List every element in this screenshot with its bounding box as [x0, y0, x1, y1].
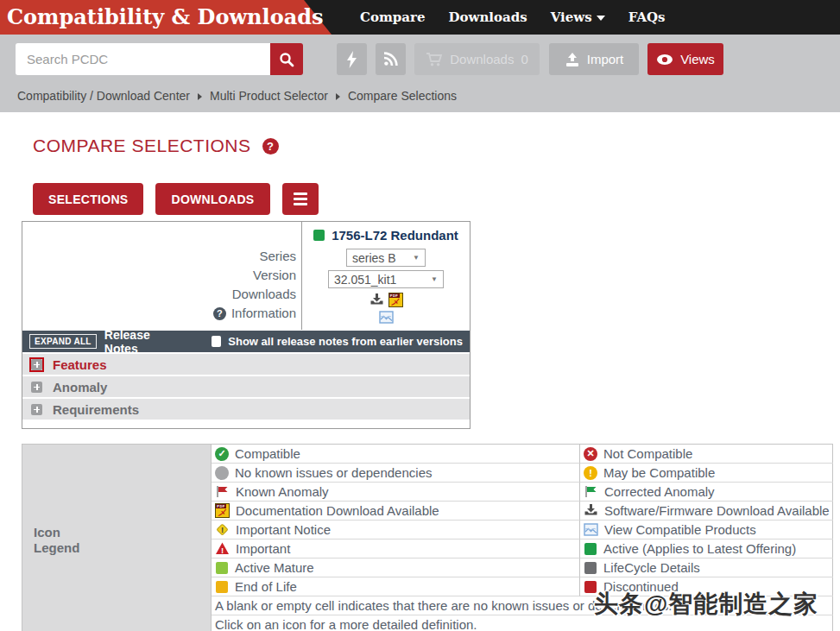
information-help-icon[interactable]: ? [213, 307, 226, 320]
legend-label: Software/Firmware Download Available [604, 503, 830, 518]
downloads-cart-button[interactable]: Downloads 0 [414, 43, 540, 75]
accordion-requirements[interactable]: Requirements [22, 399, 470, 420]
view-compatible-wrap [379, 310, 394, 328]
important-icon[interactable]: ! [215, 541, 230, 556]
active-status-square-icon[interactable] [313, 230, 325, 241]
search-group [16, 43, 303, 75]
downloads-count: 0 [521, 52, 527, 66]
end-of-life-square[interactable] [216, 581, 228, 593]
hamburger-icon-bar [294, 203, 307, 205]
selections-button[interactable]: SELECTIONS [33, 183, 143, 215]
legend-label: No known issues or dependencies [235, 465, 432, 480]
view-compatible-icon[interactable] [584, 522, 598, 537]
version-select-value: 32.051_kit1 [334, 273, 396, 287]
legend-label: View Compatible Products [604, 522, 756, 537]
legend-header-line1: Icon [34, 525, 211, 540]
import-button[interactable]: Import [549, 43, 639, 75]
nav-downloads-label: Downloads [448, 9, 527, 25]
legend-note-text: Click on an icon for a more detailed def… [215, 617, 477, 631]
nav-views[interactable]: Views [551, 9, 605, 25]
expand-plus-icon[interactable] [29, 357, 44, 372]
legend-item: Active Mature [212, 558, 580, 577]
release-notes-bar: EXPAND ALL Release Notes Show all releas… [22, 331, 470, 352]
plus-icon [31, 404, 42, 415]
menu-button[interactable] [282, 183, 319, 215]
hamburger-icon [294, 192, 307, 195]
lightning-icon [346, 51, 357, 68]
known-anomaly-flag-icon[interactable] [215, 484, 230, 499]
breadcrumb-item-mps[interactable]: Multi Product Selector [210, 89, 328, 103]
compatible-icon[interactable]: ✓ [215, 447, 229, 461]
accordion-anomaly[interactable]: Anomaly [22, 376, 470, 397]
pdf-icon[interactable]: PDF メ [215, 503, 230, 518]
accordion-features[interactable]: Features [22, 354, 470, 375]
version-select[interactable]: 32.051_kit1 ▼ [328, 270, 444, 288]
product-name[interactable]: 1756-L72 Redundant [332, 228, 458, 243]
legend-label: End of Life [235, 579, 297, 594]
download-icon[interactable] [369, 293, 384, 307]
breadcrumb: Compatibility / Download Center Multi Pr… [17, 89, 840, 103]
corrected-anomaly-flag-icon[interactable] [584, 484, 598, 499]
hamburger-icon-bar [294, 198, 307, 200]
legend-item: ! Important Notice [212, 521, 580, 540]
page-title: COMPARE SELECTIONS [33, 136, 251, 156]
may-be-compatible-icon[interactable]: ! [584, 466, 597, 480]
nav-compare-label: Compare [360, 9, 425, 25]
chevron-down-icon [597, 16, 605, 21]
search-button[interactable] [270, 43, 303, 75]
pdf-icon[interactable]: PDF メ [388, 293, 403, 307]
legend-item: ✓ Compatible [212, 445, 580, 464]
breadcrumb-separator-icon [336, 93, 340, 100]
select-arrow-icon: ▼ [431, 275, 438, 283]
action-row: SELECTIONS DOWNLOADS [33, 183, 840, 215]
no-known-issues-icon[interactable] [215, 466, 229, 480]
plus-icon [31, 382, 42, 393]
show-all-release-notes-label: Show all release notes from earlier vers… [228, 335, 463, 348]
help-icon[interactable]: ? [262, 138, 279, 155]
select-arrow-icon: ▼ [413, 254, 420, 262]
legend-item: LifeCycle Details [580, 558, 833, 577]
legend-item: End of Life [212, 577, 580, 596]
downloads-tab-button[interactable]: DOWNLOADS [155, 183, 269, 215]
upload-icon [565, 52, 580, 67]
active-mature-square[interactable] [216, 562, 228, 574]
search-input[interactable] [16, 43, 270, 75]
expand-plus-icon[interactable] [29, 402, 44, 417]
legend-label: Known Anomaly [236, 484, 329, 499]
lifecycle-square[interactable] [584, 562, 597, 574]
information-label: ? Information [22, 304, 296, 323]
legend-item: Known Anomaly [212, 483, 580, 502]
view-compatible-icon[interactable] [379, 310, 394, 325]
plus-icon [31, 359, 42, 370]
legend-item: PDF メ Documentation Download Available [212, 502, 580, 521]
expand-all-button[interactable]: EXPAND ALL [29, 334, 97, 349]
nav-faqs[interactable]: FAQs [628, 9, 666, 25]
breadcrumb-item-pcdc[interactable]: Compatibility / Download Center [17, 89, 190, 103]
legend-label: Important Notice [236, 522, 331, 537]
views-button[interactable]: Views [647, 43, 723, 75]
series-label: Series [22, 247, 296, 266]
quick-actions-button[interactable] [337, 43, 367, 75]
nav-compare[interactable]: Compare [360, 9, 425, 25]
legend-label: Documentation Download Available [236, 503, 439, 518]
compare-labels-column: Series Version Downloads ? Information [22, 222, 302, 330]
rss-button[interactable] [376, 43, 406, 75]
important-notice-icon[interactable]: ! [215, 522, 230, 537]
series-select[interactable]: series B ▼ [346, 249, 426, 267]
show-all-release-notes-checkbox[interactable] [212, 336, 222, 347]
series-select-value: series B [352, 251, 396, 265]
accordion-features-label: Features [53, 357, 107, 372]
active-square[interactable] [584, 543, 597, 555]
site-logo[interactable]: Compatibility & Downloads [7, 0, 323, 35]
release-notes-title: Release Notes [104, 328, 180, 356]
expand-plus-icon[interactable] [29, 380, 44, 394]
nav-views-label: Views [551, 9, 592, 25]
breadcrumb-item-current: Compare Selections [348, 89, 457, 103]
cart-icon [426, 52, 443, 67]
legend-label: Not Compatible [603, 446, 692, 461]
not-compatible-icon[interactable]: ✕ [584, 447, 597, 461]
download-icon[interactable] [584, 503, 598, 518]
nav-downloads[interactable]: Downloads [448, 9, 527, 25]
rss-icon [383, 52, 398, 66]
legend-label: Active Mature [235, 560, 314, 575]
